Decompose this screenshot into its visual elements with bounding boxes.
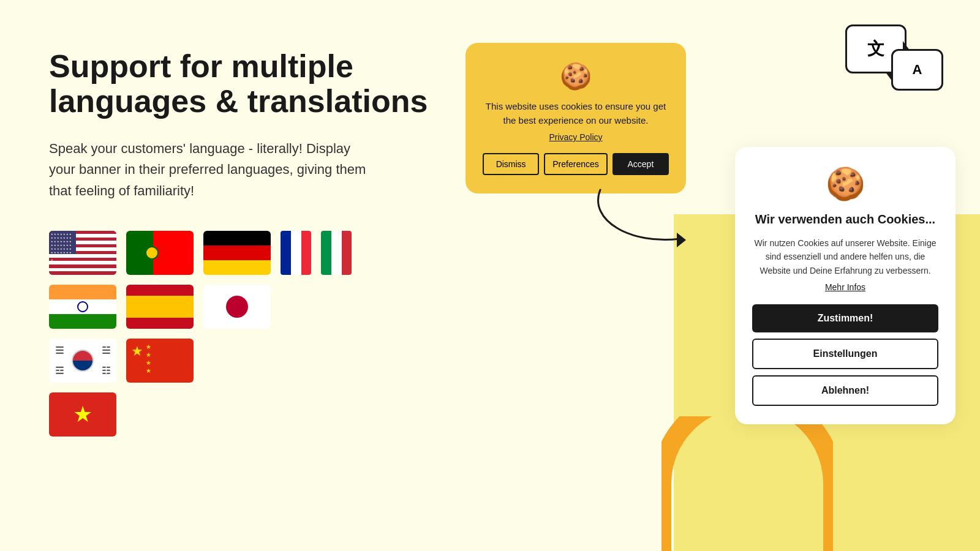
cookie-title-de: Wir verwenden auch Cookies...: [752, 212, 938, 227]
left-section: Support for multiple languages & transla…: [49, 49, 429, 437]
flag-germany: [203, 231, 271, 275]
main-heading: Support for multiple languages & transla…: [49, 49, 429, 119]
flag-vietnam: ★: [49, 392, 116, 437]
flag-china: ★ ★ ★ ★ ★: [126, 339, 194, 383]
preferences-button[interactable]: Preferences: [544, 153, 607, 175]
speech-bubble-english: A: [891, 49, 943, 91]
flag-italy: [321, 231, 352, 275]
flag-korea: ☰ ☱ ☲ ☷: [49, 339, 116, 383]
flag-india: [49, 285, 116, 329]
zustimmen-button[interactable]: Zustimmen!: [752, 304, 938, 332]
flag-france: [281, 231, 311, 275]
banner-arrow: [582, 184, 704, 257]
arch-decoration: [662, 416, 833, 551]
cookie-text-en: This website uses cookies to ensure you …: [483, 100, 669, 127]
flag-spain: [126, 285, 194, 329]
cookie-text-de: Wir nutzen Cookies auf unserer Website. …: [752, 236, 938, 277]
privacy-policy-link[interactable]: Privacy Policy: [483, 132, 669, 142]
cookie-icon-de: 🍪: [752, 165, 938, 203]
flags-container: ☰ ☱ ☲ ☷ ★ ★ ★ ★ ★ ★: [49, 231, 429, 437]
flags-row-4: ★: [49, 392, 429, 437]
mehr-infos-link[interactable]: Mehr Infos: [752, 282, 938, 292]
ablehnen-button[interactable]: Ablehnen!: [752, 375, 938, 406]
svg-marker-0: [677, 233, 686, 247]
cookie-icon-en: 🍪: [483, 61, 669, 91]
cookie-banner-german: 🍪 Wir verwenden auch Cookies... Wir nutz…: [735, 147, 956, 424]
right-section: 文 A 🍪 This website uses cookies to ensur…: [429, 0, 980, 551]
flags-row-2: [49, 285, 429, 329]
cookie-banner-english: 🍪 This website uses cookies to ensure yo…: [466, 43, 686, 193]
translation-icon: 文 A: [845, 24, 943, 104]
sub-text: Speak your customers' language - literal…: [49, 138, 368, 201]
flag-japan: [203, 285, 271, 329]
flag-usa: [49, 231, 116, 275]
einstellungen-button[interactable]: Einstellungen: [752, 339, 938, 369]
flags-row-1: [49, 231, 429, 275]
flags-row-3: ☰ ☱ ☲ ☷ ★ ★ ★ ★ ★: [49, 339, 429, 383]
flag-portugal: [126, 231, 194, 275]
cookie-buttons-en: Dismiss Preferences Accept: [483, 153, 669, 175]
accept-button[interactable]: Accept: [612, 153, 669, 175]
dismiss-button[interactable]: Dismiss: [483, 153, 539, 175]
